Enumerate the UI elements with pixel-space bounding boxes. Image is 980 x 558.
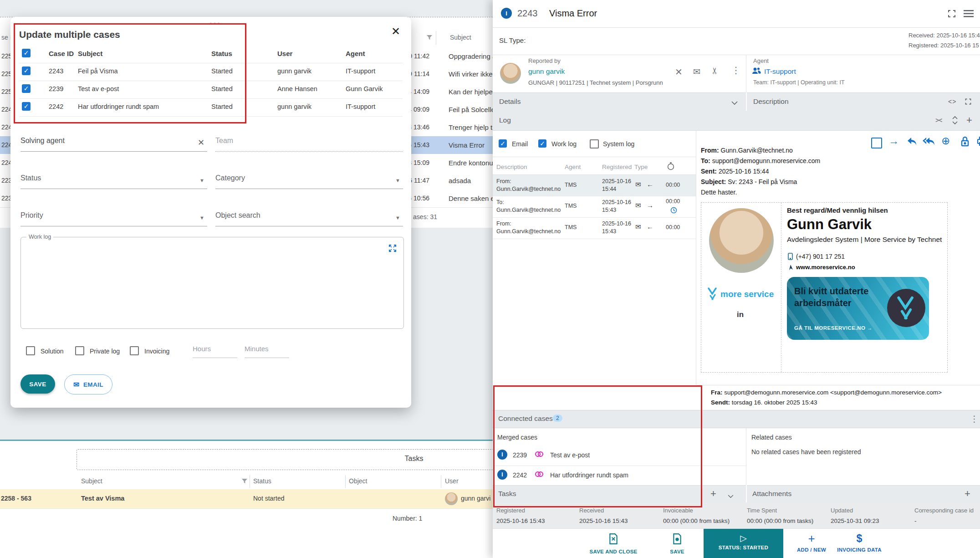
- add-attachment-icon[interactable]: +: [965, 488, 970, 500]
- col-caseid: Case ID: [49, 50, 74, 57]
- zoom-in-icon[interactable]: ⊕: [941, 135, 950, 147]
- priority-select[interactable]: Priority ▼: [20, 211, 207, 226]
- category-select[interactable]: Category ▼: [215, 174, 403, 189]
- menu-icon[interactable]: [964, 10, 974, 20]
- log-col-type[interactable]: Type: [634, 164, 648, 170]
- tasks-section-header[interactable]: Tasks +: [493, 485, 746, 503]
- envelope-icon[interactable]: ✉: [693, 67, 700, 77]
- merged-case-row[interactable]: I 2239 Test av e-post: [493, 445, 746, 466]
- fullscreen-icon[interactable]: [965, 98, 972, 107]
- code-icon[interactable]: <>: [948, 98, 956, 105]
- agent-name[interactable]: IT-support: [764, 67, 796, 76]
- fullscreen-icon[interactable]: [947, 9, 956, 20]
- incident-icon: I: [497, 450, 507, 460]
- chevron-down-icon[interactable]: [731, 99, 738, 107]
- invoicing-checkbox[interactable]: [130, 346, 139, 355]
- chevron-down-icon[interactable]: [728, 492, 734, 500]
- dialog-case-row[interactable]: ✓ 2243 Feil på Visma Started gunn garvik…: [19, 63, 403, 81]
- invoicing-data-button[interactable]: $ INVOICING DATA: [834, 532, 884, 553]
- log-section-header[interactable]: Log >< +: [493, 111, 980, 131]
- remove-user-icon[interactable]: ✕: [675, 67, 683, 77]
- connected-cases-header[interactable]: Connected cases 2 ⋮: [493, 410, 980, 428]
- tasks-col-user[interactable]: User: [445, 477, 459, 485]
- add-icon[interactable]: +: [966, 114, 972, 126]
- marketing-banner[interactable]: Bli kvitt utdaterte arbeidsmåter GÅ TIL …: [787, 277, 929, 340]
- object-search-select[interactable]: Object search ▼: [215, 211, 403, 226]
- collapse-icon[interactable]: ><: [935, 117, 942, 124]
- work-log-textarea[interactable]: Work log: [20, 237, 404, 329]
- expand-vertical-icon[interactable]: [952, 115, 958, 127]
- forward-icon[interactable]: →: [888, 135, 899, 147]
- row-checkbox[interactable]: ✓: [22, 67, 31, 75]
- expand-icon[interactable]: [388, 244, 397, 255]
- print-icon[interactable]: [977, 136, 980, 148]
- lock-icon[interactable]: [960, 136, 970, 149]
- kebab-menu-icon[interactable]: ⋮: [970, 415, 979, 423]
- log-row[interactable]: From: Gunn.Garvik@technet.no TMS 2025-10…: [493, 175, 696, 196]
- log-row[interactable]: To: Gunn.Garvik@technet.no TMS 2025-10-1…: [493, 196, 696, 218]
- solution-checkbox[interactable]: [26, 346, 35, 355]
- close-icon[interactable]: ✕: [391, 25, 400, 38]
- linkedin-icon[interactable]: in: [737, 310, 744, 319]
- col-subject: Subject: [78, 50, 102, 57]
- fra-value: support@demogunn.moreservice.com <suppor…: [724, 389, 942, 396]
- filter-icon[interactable]: [241, 478, 248, 486]
- save-case-button[interactable]: SAVE: [661, 533, 693, 554]
- select-icon[interactable]: [871, 138, 882, 148]
- case-meta-footer: Registered 2025-10-16 15:43 Received 202…: [493, 502, 980, 528]
- save-button[interactable]: SAVE: [20, 374, 55, 394]
- status-label: Status: [20, 174, 41, 182]
- log-duration: 00:00: [666, 198, 680, 205]
- team-field[interactable]: Team: [215, 137, 403, 152]
- description-section-header[interactable]: Description <>: [747, 92, 980, 112]
- merged-case-row[interactable]: I 2242 Har utfordringer rundt spam: [493, 466, 746, 485]
- select-all-checkbox[interactable]: ✓: [22, 49, 31, 57]
- status-button[interactable]: ▷ STATUS: STARTED: [704, 529, 783, 558]
- worklog-filter-checkbox[interactable]: ✓: [538, 139, 546, 148]
- log-col-agent[interactable]: Agent: [565, 164, 581, 170]
- cell-agent: Gunn Garvik: [346, 85, 383, 92]
- banner-cta[interactable]: GÅ TIL MORESERVICE.NO →: [794, 325, 873, 331]
- add-new-button[interactable]: + ADD / NEW: [793, 532, 830, 553]
- signature-web[interactable]: www.moreservice.no: [796, 264, 855, 271]
- tasks-col-status[interactable]: Status: [253, 477, 271, 485]
- log-col-description[interactable]: Description: [496, 164, 527, 170]
- private-log-checkbox[interactable]: [75, 346, 84, 355]
- tasks-col-object[interactable]: Object: [349, 477, 367, 485]
- task-row[interactable]: 2258 - 563 Test av Visma Not started gun…: [0, 489, 493, 509]
- clear-icon[interactable]: ✕: [198, 138, 204, 148]
- details-section-header[interactable]: Details: [493, 92, 746, 112]
- row-checkbox[interactable]: ✓: [22, 84, 31, 93]
- email-filter-checkbox[interactable]: ✓: [499, 139, 507, 148]
- subject-column-header[interactable]: Subject: [450, 34, 471, 41]
- reply-all-icon[interactable]: [922, 137, 936, 148]
- drag-handle-icon[interactable]: •••: [202, 20, 229, 28]
- hours-input[interactable]: Hours: [193, 345, 237, 358]
- reply-icon[interactable]: [907, 137, 918, 148]
- filter-icon[interactable]: [426, 34, 433, 42]
- cursor-icon: [788, 264, 794, 272]
- log-col-registered[interactable]: Registered: [602, 164, 632, 170]
- systemlog-filter-checkbox[interactable]: [590, 139, 599, 148]
- dialog-case-row[interactable]: ✓ 2242 Har utfordringer rundt spam Start…: [19, 98, 403, 117]
- case-subject: adsada: [449, 177, 471, 184]
- save-and-close-button[interactable]: SAVE AND CLOSE: [584, 533, 643, 554]
- dialog-case-row[interactable]: ✓ 2239 Test av e-post Started Anne Hanse…: [19, 81, 403, 99]
- status-select[interactable]: Status ▼: [20, 174, 207, 189]
- tasks-col-subject[interactable]: Subject: [81, 477, 102, 485]
- row-checkbox[interactable]: ✓: [22, 102, 31, 111]
- tools-icon[interactable]: ✂: [709, 67, 720, 75]
- kebab-menu-icon[interactable]: ⋮: [731, 66, 740, 75]
- email-button[interactable]: ✉ EMAIL: [64, 374, 112, 394]
- add-task-icon[interactable]: +: [710, 488, 716, 500]
- attachments-section-header[interactable]: Attachments +: [747, 485, 980, 503]
- minutes-input[interactable]: Minutes: [245, 345, 289, 358]
- reported-by-name[interactable]: gunn garvik: [528, 67, 565, 76]
- solving-agent-field[interactable]: Solving agent ✕: [20, 137, 207, 152]
- screen: se I Subject 2258 0 11:42 Oppgradering a…: [0, 0, 980, 558]
- merged-case-subject[interactable]: Har utfordringer rundt spam: [550, 471, 628, 479]
- log-row[interactable]: From: Gunn.Garvik@technet.no TMS 2025-10…: [493, 217, 696, 239]
- solving-agent-label: Solving agent: [20, 137, 65, 144]
- merged-case-subject[interactable]: Test av e-post: [550, 451, 590, 459]
- stopwatch-icon[interactable]: [667, 162, 674, 172]
